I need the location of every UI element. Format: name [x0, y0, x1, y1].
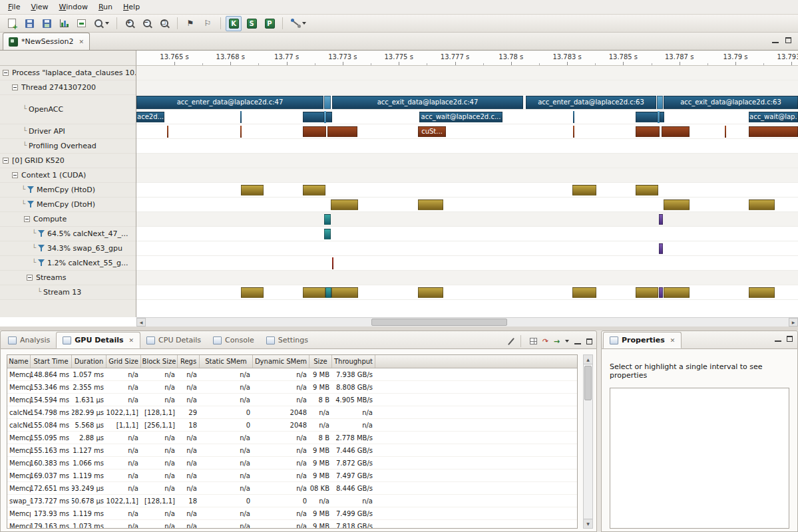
maximize-button[interactable]	[586, 338, 592, 344]
maximize-button[interactable]	[787, 336, 793, 342]
chart-button[interactable]	[56, 16, 72, 31]
table-row[interactable]: calcNe(154.798 ms282.99 µs[1022,1,1][128…	[7, 406, 577, 419]
timeline-bar[interactable]	[303, 185, 325, 196]
tab-gpu-details[interactable]: GPU Details✕	[56, 332, 140, 348]
table-row[interactable]: Memcp(160.383 ms1.066 msn/an/an/an/an/a9…	[7, 457, 577, 469]
menu-file[interactable]: File	[3, 1, 25, 13]
scroll-down-arrow[interactable]: ▼	[584, 519, 592, 528]
table-vscrollbar[interactable]: ▲ ▼	[583, 354, 593, 529]
zoom-in-button[interactable]: +	[122, 16, 138, 31]
timeline-bar[interactable]	[659, 243, 663, 254]
menu-help[interactable]: Help	[118, 1, 145, 13]
save-all-button[interactable]	[39, 16, 55, 31]
table-row[interactable]: Memcp(155.163 ms1.127 msn/an/an/an/an/a9…	[7, 444, 577, 457]
marker-forward-button[interactable]: ⚑	[182, 16, 198, 31]
menu-window[interactable]: Window	[54, 1, 93, 13]
timeline-bar[interactable]	[324, 96, 331, 109]
minimize-button[interactable]	[775, 336, 781, 342]
tree-item-0-grid-k520[interactable]: [0] GRID K520	[0, 154, 136, 168]
close-icon[interactable]: ✕	[79, 39, 84, 45]
timeline-bar[interactable]	[749, 287, 775, 298]
columns-icon[interactable]	[530, 338, 537, 344]
tab-properties[interactable]: Properties ✕	[603, 332, 682, 348]
column-header-throughput[interactable]: Throughput	[332, 355, 375, 368]
timeline-bar[interactable]	[636, 126, 660, 137]
timeline-bar[interactable]	[636, 185, 658, 196]
tab-settings[interactable]: Settings	[260, 332, 314, 348]
timeline-bar[interactable]	[326, 112, 332, 122]
timeline-bar[interactable]	[725, 126, 726, 138]
table-row[interactable]: Memcp(154.594 ms1.631 µsn/an/an/an/an/a8…	[7, 394, 577, 406]
timeline-bar[interactable]	[331, 200, 358, 210]
filter-icon[interactable]	[27, 201, 34, 208]
collapse-icon[interactable]	[12, 172, 18, 178]
tab-analysis[interactable]: Analysis	[2, 332, 56, 348]
timeline-bar[interactable]	[636, 287, 658, 298]
view-menu-icon[interactable]	[565, 340, 569, 342]
filter-icon[interactable]	[27, 186, 34, 194]
timeline-bar[interactable]	[749, 200, 775, 210]
table-row[interactable]: swap_6(173.727 ms50.678 µs[1022,1,1][128…	[7, 495, 577, 507]
new-session-button[interactable]	[4, 16, 20, 31]
tree-item-thread-2741307200[interactable]: Thread 2741307200	[0, 80, 136, 95]
close-icon[interactable]: ✕	[129, 337, 134, 344]
tree-item-memcpy-dtoh[interactable]: └MemCpy (DtoH)	[0, 198, 136, 212]
column-header-start-time[interactable]: Start Time	[31, 355, 72, 368]
jump-to-timeline-icon[interactable]: ↷	[542, 337, 549, 345]
timeline-hscrollbar[interactable]: ◀ ▶	[136, 317, 798, 327]
scroll-right-arrow[interactable]: ▶	[789, 318, 798, 327]
collapse-icon[interactable]	[12, 84, 18, 90]
toggle-p-button[interactable]: P	[262, 16, 278, 31]
timeline-bar[interactable]: acc_exit_data@laplace2d.c:63	[664, 96, 798, 109]
timeline-bar[interactable]: acc_enter_data@laplace2d.c:47	[136, 96, 323, 109]
table-row[interactable]: Memcp(169.037 ms1.119 msn/an/an/an/an/a9…	[7, 469, 577, 482]
tree-item-streams[interactable]: Streams	[0, 271, 136, 285]
timeline-canvas[interactable]: acc_enter_data@laplace2d.c:47acc_exit_da…	[136, 66, 798, 317]
timeline-bar[interactable]	[325, 287, 331, 298]
timeline-bar[interactable]	[659, 287, 663, 298]
table-row[interactable]: Memcp(179.163 ms1.073 msn/an/an/an/an/a9…	[7, 520, 577, 529]
timeline-bar[interactable]: acc_exit_data@laplace2d.c:47	[332, 96, 523, 109]
timeline-bar[interactable]	[659, 214, 663, 225]
column-header-size[interactable]: Size	[309, 355, 332, 368]
timeline-bar[interactable]	[303, 287, 325, 298]
minimize-button[interactable]	[574, 338, 581, 344]
toggle-s-button[interactable]: S	[244, 16, 260, 31]
timeline-bar[interactable]	[662, 126, 690, 137]
zoom-out-button[interactable]: −	[139, 16, 155, 31]
timeline-bar[interactable]	[573, 111, 574, 123]
tree-item-64-5-calcnext-47[interactable]: └64.5% calcNext_47_...	[0, 227, 136, 241]
table-row[interactable]: Memcp(173.93 ms1.119 msn/an/an/an/an/a9 …	[7, 507, 577, 520]
table-row[interactable]: calcNe(155.084 ms5.568 µs[1,1,1][256,1,1…	[7, 419, 577, 432]
tab-newsession2[interactable]: *NewSession2 ✕	[3, 33, 90, 50]
filter-icon[interactable]	[38, 259, 45, 267]
save-button[interactable]	[21, 16, 37, 31]
tree-item-1-2-calcnext-55-g[interactable]: └1.2% calcNext_55_g...	[0, 256, 136, 271]
timeline-bar[interactable]	[303, 112, 324, 122]
analysis-menu-button[interactable]	[288, 16, 309, 31]
timeline-bar[interactable]	[241, 185, 264, 196]
timeline-bar[interactable]	[418, 200, 443, 210]
timeline-bar[interactable]	[573, 126, 574, 138]
collapse-icon[interactable]	[27, 275, 33, 281]
timeline-bar[interactable]	[303, 126, 326, 137]
column-header-static-smem[interactable]: Static SMem	[200, 355, 253, 368]
timeline-bar[interactable]	[324, 229, 331, 239]
export-csv-icon[interactable]: →	[554, 338, 560, 345]
column-header-duration[interactable]: Duration	[72, 355, 106, 368]
toggle-k-button[interactable]: K	[226, 16, 242, 31]
tree-item-context-1-cuda[interactable]: Context 1 (CUDA)	[0, 168, 136, 183]
timeline-bar[interactable]	[331, 287, 358, 298]
table-row[interactable]: Memcp(153.346 ms2.355 msn/an/an/an/an/a9…	[7, 381, 577, 394]
zoom-fit-button[interactable]: □	[156, 16, 172, 31]
scroll-up-arrow[interactable]: ▲	[584, 355, 592, 364]
timeline-bar[interactable]	[240, 126, 242, 138]
column-header-regs[interactable]: Regs	[178, 355, 200, 368]
tab-console[interactable]: Console	[207, 332, 260, 348]
timeline-bar[interactable]	[657, 96, 663, 109]
tree-item-process-laplace-data-clauses-10[interactable]: Process "laplace_data_clauses 10...	[0, 66, 136, 80]
timeline-bar[interactable]	[418, 287, 443, 298]
scroll-thumb[interactable]	[371, 319, 507, 326]
column-header-grid-size[interactable]: Grid Size	[106, 355, 141, 368]
column-header-block-size[interactable]: Block Size	[141, 355, 178, 368]
